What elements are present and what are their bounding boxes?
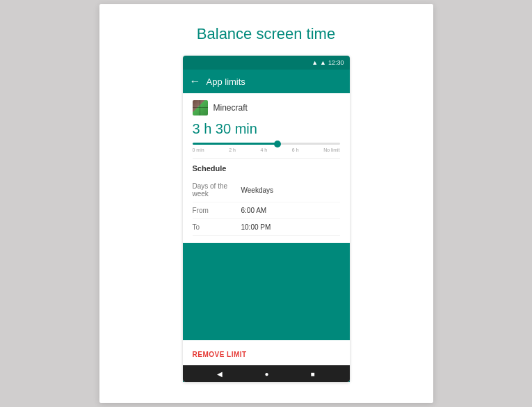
schedule-row-from[interactable]: From 6:00 AM — [193, 202, 340, 219]
status-time: 12:30 — [328, 59, 344, 66]
schedule-value-days: Weekdays — [241, 186, 274, 194]
back-arrow-icon[interactable]: ← — [190, 75, 201, 88]
slider-track — [193, 143, 340, 145]
slider-fill — [193, 143, 278, 145]
schedule-label-days: Days of the week — [193, 182, 241, 198]
status-icons: ▲ ▲ 12:30 — [312, 59, 344, 66]
phone-mockup: ▲ ▲ 12:30 ← App limits Minecraft 3 h 30 … — [183, 56, 350, 382]
content-area: Minecraft 3 h 30 min 0 min 2 h 4 h 6 h — [183, 93, 350, 243]
slider-thumb[interactable] — [274, 141, 281, 147]
schedule-value-from: 6:00 AM — [241, 207, 267, 214]
schedule-label-to: To — [193, 223, 241, 231]
signal-icon: ▲ — [320, 59, 326, 66]
remove-limit-area: REMOVE LIMIT — [183, 340, 350, 365]
schedule-row-days[interactable]: Days of the week Weekdays — [193, 178, 340, 202]
schedule-section: Schedule Days of the week Weekdays From … — [193, 158, 340, 236]
app-name: Minecraft — [213, 103, 248, 113]
schedule-row-to[interactable]: To 10:00 PM — [193, 219, 340, 236]
app-row: Minecraft — [193, 100, 340, 115]
app-bar: ← App limits — [183, 70, 350, 93]
time-display: 3 h 30 min — [193, 121, 340, 137]
slider-label-nolimit: No limit — [323, 147, 339, 152]
wifi-icon: ▲ — [312, 59, 318, 66]
minecraft-app-icon — [193, 100, 208, 115]
slider-container[interactable]: 0 min 2 h 4 h 6 h No limit — [193, 143, 340, 152]
nav-recents-button[interactable]: ■ — [310, 370, 314, 378]
slider-label-0: 0 min — [193, 147, 204, 152]
schedule-value-to: 10:00 PM — [241, 223, 271, 231]
page-title: Balance screen time — [197, 25, 335, 43]
nav-bar: ◀ ● ■ — [183, 365, 350, 382]
remove-limit-button[interactable]: REMOVE LIMIT — [193, 351, 247, 358]
app-bar-title: App limits — [207, 77, 245, 87]
slider-label-4h: 4 h — [261, 147, 268, 152]
status-bar: ▲ ▲ 12:30 — [183, 56, 350, 70]
slider-label-2h: 2 h — [229, 147, 236, 152]
teal-lower-section — [183, 243, 350, 340]
schedule-label-from: From — [193, 207, 241, 214]
nav-home-button[interactable]: ● — [264, 370, 268, 378]
slider-label-6h: 6 h — [292, 147, 299, 152]
slider-labels: 0 min 2 h 4 h 6 h No limit — [193, 147, 340, 152]
schedule-title: Schedule — [193, 164, 340, 173]
nav-back-button[interactable]: ◀ — [217, 370, 223, 378]
page-wrapper: Balance screen time ▲ ▲ 12:30 ← App limi… — [99, 4, 433, 403]
